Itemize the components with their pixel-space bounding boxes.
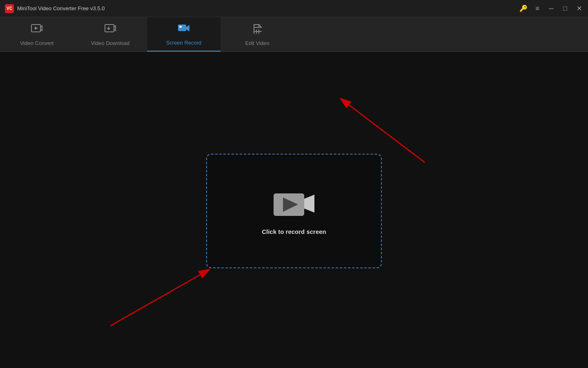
edit-video-icon — [251, 22, 264, 38]
camera-icon — [272, 187, 316, 220]
window-controls: 🔑 ≡ ─ □ ✕ — [519, 4, 583, 13]
app-logo: VC — [5, 4, 14, 13]
tab-video-download[interactable]: Video Download — [74, 17, 147, 52]
svg-line-8 — [110, 275, 200, 326]
record-label: Click to record screen — [262, 228, 326, 235]
record-area[interactable]: Click to record screen — [206, 154, 382, 268]
svg-rect-2 — [178, 25, 186, 31]
nav-tabs: Video Convert Video Download Screen Reco… — [0, 17, 588, 52]
screen-record-icon — [177, 22, 190, 37]
key-icon[interactable]: 🔑 — [519, 4, 528, 13]
camera-icon-wrapper — [272, 187, 316, 220]
svg-rect-3 — [179, 26, 182, 28]
tab-edit-video-label: Edit Video — [245, 40, 269, 46]
menu-icon[interactable]: ≡ — [533, 4, 541, 13]
tab-video-convert[interactable]: Video Convert — [0, 17, 74, 52]
minimize-button[interactable]: ─ — [547, 4, 555, 13]
app-title: MiniTool Video Converter Free v3.5.0 — [17, 5, 105, 11]
title-bar-left: VC MiniTool Video Converter Free v3.5.0 — [5, 4, 105, 13]
title-bar: VC MiniTool Video Converter Free v3.5.0 … — [0, 0, 588, 17]
tab-screen-record[interactable]: Screen Record — [147, 17, 220, 52]
tab-video-convert-label: Video Convert — [20, 40, 53, 46]
maximize-button[interactable]: □ — [561, 4, 569, 13]
close-button[interactable]: ✕ — [575, 4, 583, 13]
tab-video-download-label: Video Download — [91, 40, 129, 46]
main-content: Click to record screen — [0, 52, 588, 368]
video-convert-icon — [30, 22, 43, 38]
tab-edit-video[interactable]: Edit Video — [220, 17, 294, 52]
tab-screen-record-label: Screen Record — [166, 40, 202, 46]
video-download-icon — [104, 22, 117, 38]
